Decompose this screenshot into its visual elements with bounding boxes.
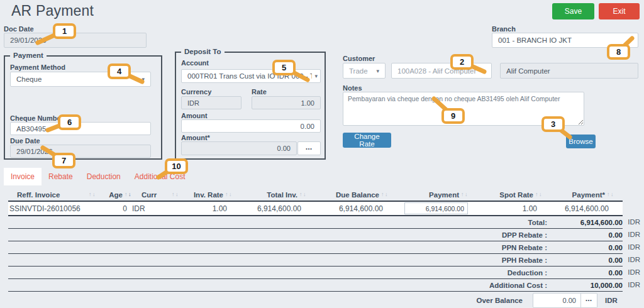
callout-9: 9	[441, 108, 465, 124]
cell-reff-invoice: SSINVTDI-26010056	[8, 202, 96, 215]
cell-payment-star: 6,914,600.00	[543, 202, 614, 215]
summary-row-total: Total: 6,914,600.00 IDR	[8, 216, 623, 229]
summary-row-dpp-rebate: DPP Rebate : 0.00 IDR	[8, 229, 623, 241]
customer-name-field[interactable]	[500, 63, 638, 79]
callout-4: 4	[108, 63, 131, 79]
column-header-payment-star[interactable]: Payment* ↑↓	[543, 189, 614, 201]
cheque-number-label: Cheque Number	[10, 114, 64, 122]
invoice-table-header: Reff. Invoice ↑↓ Age ↑↓ Curr ↑↓ Inv. Rat…	[8, 189, 623, 202]
rate-field: 1.00	[252, 96, 321, 109]
sort-icon: ↑↓	[607, 192, 614, 197]
account-select[interactable]: 000TR01 Trans Cust via IO IDR 000 - TRI-…	[181, 69, 321, 83]
over-balance-row: Over Balance ••• IDR	[8, 292, 623, 308]
column-header-reff-invoice[interactable]: Reff. Invoice ↑↓	[8, 189, 96, 201]
callout-8: 8	[607, 44, 630, 60]
currency-label: Currency	[181, 88, 211, 96]
save-button[interactable]: Save	[552, 3, 594, 19]
summary-row-deduction: Deduction : 0.00 IDR	[8, 267, 623, 279]
amount-field[interactable]	[181, 119, 321, 133]
column-header-payment[interactable]: Payment ↑↓	[389, 189, 469, 201]
over-balance-currency: IDR	[605, 297, 620, 304]
chevron-down-icon: ▾	[139, 76, 145, 82]
callout-7: 7	[52, 153, 75, 168]
browse-button[interactable]: Browse	[566, 135, 596, 148]
over-balance-ellipsis-button[interactable]: •••	[581, 293, 597, 308]
summary-row-pph-rebate: PPH Rebate : 0.00 IDR	[8, 254, 623, 267]
callout-2: 2	[450, 54, 474, 70]
payment-method-value: Cheque	[16, 75, 42, 83]
chevron-down-icon: ▾	[374, 68, 379, 74]
summary-row-additional-cost: Additional Cost : 10,000.00 IDR	[8, 279, 623, 292]
tab-rebate[interactable]: Rebate	[42, 168, 80, 185]
tab-deduction[interactable]: Deduction	[80, 168, 128, 185]
due-date-field[interactable]	[10, 145, 151, 158]
payment-panel-legend: Payment	[10, 51, 47, 60]
column-header-age[interactable]: Age ↑↓	[96, 189, 132, 201]
currency-field: IDR	[181, 96, 242, 109]
callout-3: 3	[541, 116, 565, 132]
callout-1: 1	[53, 23, 76, 39]
payment-amount-input[interactable]	[404, 202, 468, 214]
amount-star-field: 0.00	[181, 141, 297, 155]
column-header-spot-rate[interactable]: Spot Rate ↑↓	[469, 189, 543, 201]
amount-star-label: Amount*	[181, 134, 210, 141]
ellipsis-icon: •••	[306, 146, 312, 151]
amount-star-ellipsis-button[interactable]: •••	[297, 141, 321, 155]
cell-spot-rate: 1.00	[469, 202, 543, 215]
chevron-down-icon: ▾	[626, 37, 632, 43]
ar-payment-page: AR Payment Save Exit Doc Date Branch 001…	[0, 0, 644, 308]
notes-label: Notes	[343, 84, 362, 92]
cell-curr: IDR	[132, 202, 179, 215]
chevron-down-icon: ▾	[312, 73, 318, 79]
callout-6: 6	[58, 114, 81, 130]
change-rate-button[interactable]: Change Rate	[343, 133, 391, 148]
chevron-down-icon: ▾	[480, 68, 486, 74]
customer-code-select[interactable]: 100A028 - Alif Computer ▾	[391, 63, 492, 79]
sort-icon: ↑↓	[381, 192, 389, 197]
account-label: Account	[181, 59, 209, 67]
callout-10: 10	[165, 158, 188, 174]
column-header-inv-rate[interactable]: Inv. Rate ↑↓	[179, 189, 233, 201]
cell-due-balance: 6,914,600.00	[307, 202, 389, 215]
deposit-to-legend: Deposit To	[181, 47, 225, 56]
sort-icon: ↑↓	[225, 192, 233, 197]
column-header-due-balance[interactable]: Due Balance ↑↓	[307, 189, 389, 201]
customer-type-value: Trade	[349, 67, 368, 75]
over-balance-label: Over Balance	[476, 297, 523, 304]
sort-icon: ↑↓	[125, 192, 132, 197]
tab-invoice[interactable]: Invoice	[4, 168, 42, 185]
sort-icon: ↑↓	[461, 192, 469, 197]
page-title: AR Payment	[11, 3, 94, 19]
branch-select-value: 001 - BRANCH IO JKT	[498, 36, 572, 44]
rate-label: Rate	[252, 88, 267, 96]
column-header-curr[interactable]: Curr ↑↓	[132, 189, 179, 201]
deposit-to-panel: Deposit To Account 000TR01 Trans Cust vi…	[175, 52, 326, 160]
customer-type-select[interactable]: Trade ▾	[343, 63, 386, 79]
invoice-table: Reff. Invoice ↑↓ Age ↑↓ Curr ↑↓ Inv. Rat…	[8, 189, 623, 308]
exit-button[interactable]: Exit	[599, 3, 640, 19]
payment-panel: Payment Payment Method Cheque ▾ Cheque N…	[4, 55, 162, 160]
sort-icon: ↑↓	[535, 192, 543, 197]
sort-icon: ↑↓	[172, 192, 179, 197]
amount-label: Amount	[181, 112, 208, 119]
payment-method-label: Payment Method	[10, 63, 65, 71]
cell-payment	[389, 202, 469, 215]
sort-icon: ↑↓	[299, 192, 307, 197]
cell-age: 0	[96, 202, 132, 215]
over-balance-input[interactable]	[533, 293, 581, 308]
cell-inv-rate: 1.00	[179, 202, 233, 215]
customer-label: Customer	[343, 55, 375, 62]
ellipsis-icon: •••	[586, 298, 592, 302]
cell-total-inv: 6,914,600.00	[233, 202, 307, 215]
detail-tabs: Invoice Rebate Deduction Additional Cost	[4, 168, 192, 185]
column-header-total-inv[interactable]: Total Inv. ↑↓	[233, 189, 307, 201]
branch-label: Branch	[492, 25, 516, 33]
sort-icon: ↑↓	[89, 192, 96, 197]
doc-date-label: Doc Date	[4, 25, 34, 33]
summary-row-ppn-rebate: PPN Rebate : 0.00 IDR	[8, 241, 623, 254]
table-row: SSINVTDI-26010056 0 IDR 1.00 6,914,600.0…	[8, 202, 623, 216]
due-date-label: Due Date	[10, 137, 40, 145]
callout-5: 5	[272, 60, 296, 75]
